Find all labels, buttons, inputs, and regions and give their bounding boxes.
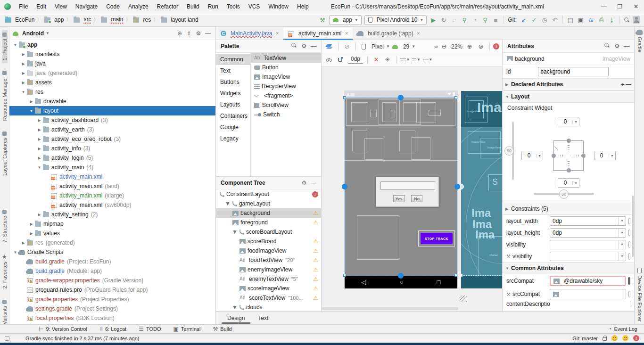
component-row-foreground[interactable]: foreground⚠ <box>216 218 321 227</box>
maximize-button[interactable]: ❐ <box>612 0 628 13</box>
zoom-to-fit-button[interactable]: ⊚ <box>476 41 486 52</box>
palette-category-containers[interactable]: Containers <box>216 110 250 122</box>
gear-icon[interactable]: ⚙ <box>299 180 309 186</box>
autoconnect-button[interactable] <box>336 55 346 65</box>
tool-tab-1-project[interactable]: 1: Project <box>2 30 8 63</box>
toolwindow-terminal[interactable]: ▣Terminal <box>173 326 201 332</box>
zoom-in-button[interactable]: ⊕ <box>464 41 475 52</box>
error-panel-toggle[interactable]: ! <box>493 43 499 49</box>
tool-tab-7-structure[interactable]: 7: Structure <box>2 207 8 246</box>
clear-constraints-button[interactable]: ✕ <box>371 55 381 65</box>
layout-section[interactable]: ▼ Layout <box>503 90 634 103</box>
component-row-ConstraintLayout[interactable]: ConstraintLayout! <box>216 189 321 199</box>
palette-category-google[interactable]: Google <box>216 122 250 133</box>
id-input[interactable] <box>538 67 609 76</box>
srccompat-tools-field[interactable] <box>550 289 626 299</box>
component-row-gameLayout[interactable]: ▼gameLayout <box>216 199 321 208</box>
search-everywhere-button[interactable] <box>622 15 633 25</box>
tool-tab-2-favorites[interactable]: ★2: Favorites <box>2 251 8 291</box>
default-margin-selector[interactable]: 0dp <box>348 56 363 64</box>
search-icon[interactable] <box>290 43 299 49</box>
tree-row-assets[interactable]: ▶assets <box>9 78 215 87</box>
constraint-anchor-right[interactable] <box>581 154 586 158</box>
menu-help[interactable]: Help <box>293 0 313 13</box>
dialog-text-field[interactable] <box>380 181 435 190</box>
tree-row-proguard-rules.pro[interactable]: proguard-rules.pro(ProGuard Rules for ap… <box>9 285 215 295</box>
lock-icon[interactable] <box>603 337 607 341</box>
apply-code-changes-button[interactable]: ≡ <box>449 15 459 25</box>
tab-text[interactable]: Text <box>252 312 274 324</box>
selection-corner[interactable] <box>454 274 457 277</box>
menu-file[interactable]: File <box>15 0 32 13</box>
selection-handle-bottom[interactable] <box>398 273 404 279</box>
device-menu[interactable] <box>359 41 370 52</box>
stop-track-button[interactable]: STOP TRACK <box>421 233 453 244</box>
git-update-button[interactable]: ↙ <box>519 15 529 25</box>
menu-run[interactable]: Run <box>204 0 223 13</box>
tree-row-activity_main[interactable]: ▼activity_main(4) <box>9 163 215 172</box>
palette-category-common[interactable]: Common <box>216 54 250 65</box>
margin-right-dropdown[interactable]: 0▼ <box>594 151 616 160</box>
tree-row-gradle-wrapper.properties[interactable]: gradle-wrapper.properties(Gradle Version… <box>9 276 215 285</box>
hide-panel-icon[interactable]: — <box>622 43 631 49</box>
constraint-box[interactable] <box>553 140 584 171</box>
horizontal-scrollbar[interactable] <box>322 307 458 310</box>
attach-debugger-button[interactable]: ⚲ <box>480 15 490 25</box>
menu-window[interactable]: Window <box>264 0 293 13</box>
dialog-yes-button[interactable]: Yes <box>393 195 405 202</box>
infer-constraints-button[interactable]: ✳ <box>382 55 393 65</box>
tree-row-layout[interactable]: ▼layout <box>9 106 215 115</box>
editor-tab-MainActivity.java[interactable]: CMainActivity.java✕ <box>216 27 283 40</box>
constraint-anchor-bottom[interactable] <box>567 168 571 172</box>
tool-tab-layout-captures[interactable]: Layout Captures <box>2 129 8 179</box>
build-hammer-icon[interactable]: ⚒ <box>317 15 328 25</box>
api-menu[interactable] <box>391 41 401 52</box>
menu-code[interactable]: Code <box>102 0 124 13</box>
git-rollback-button[interactable]: ↶ <box>550 15 560 25</box>
component-row-scoreImageView[interactable]: scoreImageView⚠ <box>216 284 321 293</box>
pack-button[interactable]: ▼ <box>400 55 410 65</box>
contentdescription-field[interactable] <box>550 301 630 307</box>
run-config-dropdown[interactable]: app ▼ <box>329 15 362 25</box>
resource-picker-flag[interactable] <box>628 277 630 285</box>
align-button[interactable]: ▼ <box>411 55 421 65</box>
selection-handle-top[interactable] <box>398 95 404 100</box>
tree-row-activity_info[interactable]: ▶activity_info(3) <box>9 144 215 153</box>
palette-item-fragment[interactable]: <><fragment> <box>251 91 321 100</box>
run-button[interactable]: ▶ <box>428 15 438 25</box>
menu-tools[interactable]: Tools <box>223 0 244 13</box>
margin-left-dropdown[interactable]: 0▼ <box>521 151 543 160</box>
breadcrumb-item-EcoFun[interactable]: EcoFun <box>4 16 35 23</box>
debug-button[interactable]: ⚲ <box>459 15 470 25</box>
selection-corner[interactable] <box>343 274 346 277</box>
tree-row-activity_eco_oreo_robot[interactable]: ▶activity_eco_oreo_robot(3) <box>9 134 215 144</box>
resource-picker-flag[interactable] <box>628 241 630 248</box>
editor-tab-build.gradle[interactable]: build.gradle (:app)✕ <box>353 27 424 40</box>
tree-row-activity_dashboard[interactable]: ▶activity_dashboard(3) <box>9 115 215 125</box>
horizontal-bias-value[interactable]: 50 <box>559 189 569 199</box>
design-canvas[interactable]: 8:00 <box>322 66 502 311</box>
tree-row-res[interactable]: ▼res <box>9 87 215 97</box>
tree-row-Gradle Scripts[interactable]: ▼Gradle Scripts <box>9 247 215 257</box>
tree-row-local.properties[interactable]: local.properties(SDK Location) <box>9 313 215 323</box>
menu-build[interactable]: Build <box>182 0 204 13</box>
zoom-out-button[interactable]: ⊖ <box>439 41 449 52</box>
palette-item-ScrollView[interactable]: ScrollView <box>251 100 321 110</box>
avatar[interactable] <box>633 16 640 24</box>
component-row-scoreBoard[interactable]: scoreBoard⚠ <box>216 237 321 246</box>
selection-handle-right[interactable] <box>454 184 460 189</box>
component-row-clouds[interactable]: ▼clouds <box>216 303 321 311</box>
tree-row-activity_main.xml[interactable]: activity_main.xml(sw600dp) <box>9 200 215 210</box>
happy-face-icon[interactable] <box>611 335 618 341</box>
hide-panel-icon[interactable]: — <box>203 30 213 37</box>
tree-row-build.gradle[interactable]: build.gradle(Module: app) <box>9 266 215 276</box>
tree-row-mipmap[interactable]: ▶mipmap <box>9 219 215 229</box>
tree-row-gradle.properties[interactable]: gradle.properties(Project Properties) <box>9 295 215 304</box>
canvas-resize-handle[interactable] <box>460 296 467 302</box>
constraints-section[interactable]: ▶ Constraints (5) <box>503 203 634 215</box>
event-log-button[interactable]: ◔ Event Log <box>608 326 637 332</box>
constraint-anchor-top[interactable] <box>567 139 571 143</box>
palette-item-Button[interactable]: Button <box>251 63 321 72</box>
palette-item-RecyclerView[interactable]: RecyclerView <box>251 82 321 91</box>
component-row-background[interactable]: background⚠ <box>216 208 321 218</box>
